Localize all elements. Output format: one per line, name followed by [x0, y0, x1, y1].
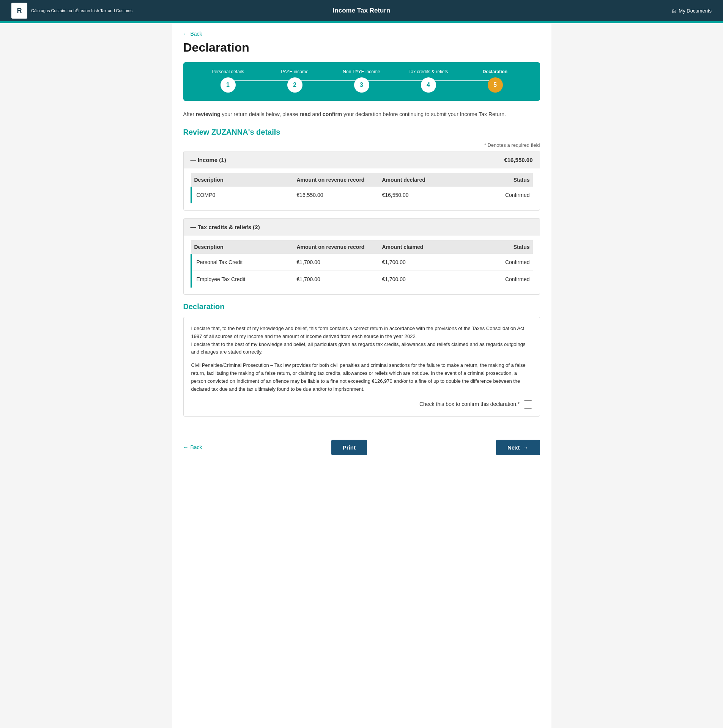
- review-section-title: Review ZUZANNA's details: [183, 128, 540, 137]
- page-title: Declaration: [183, 41, 540, 55]
- tax-credits-col-desc: Description: [191, 240, 294, 254]
- income-col-desc: Description: [191, 173, 294, 187]
- confirm-declaration-checkbox[interactable]: [524, 400, 532, 409]
- step-2-paye: PAYE income 2: [261, 69, 328, 93]
- tax-credits-col-status: Status: [465, 240, 533, 254]
- step-4-circle: 4: [421, 77, 436, 93]
- intro-bold-reviewing: reviewing: [196, 111, 221, 117]
- step-5-declaration: Declaration 5: [462, 69, 529, 93]
- tax-credits-accordion: — Tax credits & reliefs (2) Description …: [183, 218, 540, 295]
- footer-back-arrow-icon: ←: [183, 444, 189, 450]
- logo-area: R Cáin agus Custaim na hÉireann Irish Ta…: [11, 3, 132, 19]
- next-button-label: Next: [507, 444, 520, 451]
- step-5-label: Declaration: [483, 69, 507, 74]
- income-row-1-amount-declared: €16,550.00: [379, 187, 465, 203]
- stepper-steps: Personal details 1 PAYE income 2 Non-PAY…: [195, 69, 529, 93]
- footer-back-button[interactable]: ← Back: [183, 444, 202, 450]
- tax-credits-row-2-amount-claimed: €1,700.00: [379, 271, 465, 288]
- print-button[interactable]: Print: [331, 440, 367, 455]
- declaration-text-box: I declare that, to the best of my knowle…: [183, 317, 540, 417]
- income-row-1: COMP0 €16,550.00 €16,550.00 Confirmed: [191, 187, 533, 203]
- income-accordion-header[interactable]: — Income (1) €16,550.00: [184, 151, 540, 168]
- tax-credits-row-2: Employee Tax Credit €1,700.00 €1,700.00 …: [191, 271, 533, 288]
- tax-credits-accordion-header[interactable]: — Tax credits & reliefs (2): [184, 219, 540, 236]
- income-accordion-body: Description Amount on revenue record Amo…: [184, 173, 540, 210]
- step-5-circle: 5: [488, 77, 503, 93]
- logo-subtitle: Cáin agus Custaim na hÉireann Irish Tax …: [31, 8, 132, 13]
- income-col-status: Status: [465, 173, 533, 187]
- step-4-tax-credits: Tax credits & reliefs 4: [395, 69, 462, 93]
- top-back-label: Back: [191, 31, 202, 37]
- folder-icon: 🗂: [671, 8, 676, 14]
- back-arrow-icon: ←: [183, 31, 189, 37]
- confirm-declaration-label: Check this box to confirm this declarati…: [419, 400, 520, 408]
- income-accordion: — Income (1) €16,550.00 Description Amou…: [183, 151, 540, 211]
- my-documents-link[interactable]: 🗂 My Documents: [671, 8, 712, 14]
- income-accordion-total: €16,550.00: [504, 157, 532, 163]
- step-4-label: Tax credits & reliefs: [408, 69, 448, 74]
- my-documents-label: My Documents: [679, 8, 712, 14]
- tax-credits-row-1-amount-record: €1,700.00: [294, 254, 379, 271]
- income-row-1-amount-record: €16,550.00: [294, 187, 379, 203]
- income-table: Description Amount on revenue record Amo…: [191, 173, 533, 203]
- declaration-paragraph-2: Civil Penalties/Criminal Prosecution – T…: [191, 362, 532, 393]
- step-3-non-paye: Non-PAYE income 3: [328, 69, 395, 93]
- top-back-link[interactable]: ← Back: [183, 31, 202, 37]
- income-table-header-row: Description Amount on revenue record Amo…: [191, 173, 533, 187]
- income-col-amount-declared: Amount declared: [379, 173, 465, 187]
- intro-bold-confirm: confirm: [323, 111, 342, 117]
- declaration-section-title: Declaration: [183, 302, 540, 311]
- site-header: R Cáin agus Custaim na hÉireann Irish Ta…: [0, 0, 723, 21]
- tax-credits-row-2-desc: Employee Tax Credit: [191, 271, 294, 288]
- income-accordion-title: — Income (1): [191, 157, 226, 163]
- main-content: ← Back Declaration Personal details 1 PA…: [172, 23, 551, 728]
- step-1-personal-details: Personal details 1: [195, 69, 261, 93]
- footer-nav: ← Back Print Next →: [183, 432, 540, 455]
- tax-credits-col-amount-claimed: Amount claimed: [379, 240, 465, 254]
- income-row-1-status: Confirmed: [465, 187, 533, 203]
- header-title: Income Tax Return: [333, 7, 391, 14]
- intro-bold-read: read: [299, 111, 311, 117]
- tax-credits-accordion-title: — Tax credits & reliefs (2): [191, 224, 260, 230]
- required-field-note: * Denotes a required field: [183, 142, 540, 148]
- next-button[interactable]: Next →: [496, 440, 540, 455]
- tax-credits-row-1-amount-claimed: €1,700.00: [379, 254, 465, 271]
- step-1-label: Personal details: [212, 69, 244, 74]
- footer-back-label: Back: [191, 444, 202, 450]
- step-3-circle: 3: [354, 77, 369, 93]
- tax-credits-table-header-row: Description Amount on revenue record Amo…: [191, 240, 533, 254]
- tax-credits-row-2-status: Confirmed: [465, 271, 533, 288]
- step-1-circle: 1: [221, 77, 236, 93]
- confirm-row: Check this box to confirm this declarati…: [191, 400, 532, 408]
- step-3-label: Non-PAYE income: [343, 69, 380, 74]
- intro-text: After reviewing your return details belo…: [183, 110, 540, 118]
- tax-credits-accordion-body: Description Amount on revenue record Amo…: [184, 240, 540, 294]
- income-row-1-desc: COMP0: [191, 187, 294, 203]
- progress-stepper: Personal details 1 PAYE income 2 Non-PAY…: [183, 62, 540, 101]
- next-arrow-icon: →: [523, 444, 529, 451]
- revenue-logo-icon: R: [11, 3, 27, 19]
- step-2-label: PAYE income: [281, 69, 308, 74]
- tax-credits-row-2-amount-record: €1,700.00: [294, 271, 379, 288]
- tax-credits-table: Description Amount on revenue record Amo…: [191, 240, 533, 288]
- step-2-circle: 2: [287, 77, 302, 93]
- declaration-paragraph-1: I declare that, to the best of my knowle…: [191, 325, 532, 356]
- tax-credits-row-1-desc: Personal Tax Credit: [191, 254, 294, 271]
- tax-credits-row-1-status: Confirmed: [465, 254, 533, 271]
- tax-credits-col-amount-record: Amount on revenue record: [294, 240, 379, 254]
- tax-credits-row-1: Personal Tax Credit €1,700.00 €1,700.00 …: [191, 254, 533, 271]
- income-col-amount-record: Amount on revenue record: [294, 173, 379, 187]
